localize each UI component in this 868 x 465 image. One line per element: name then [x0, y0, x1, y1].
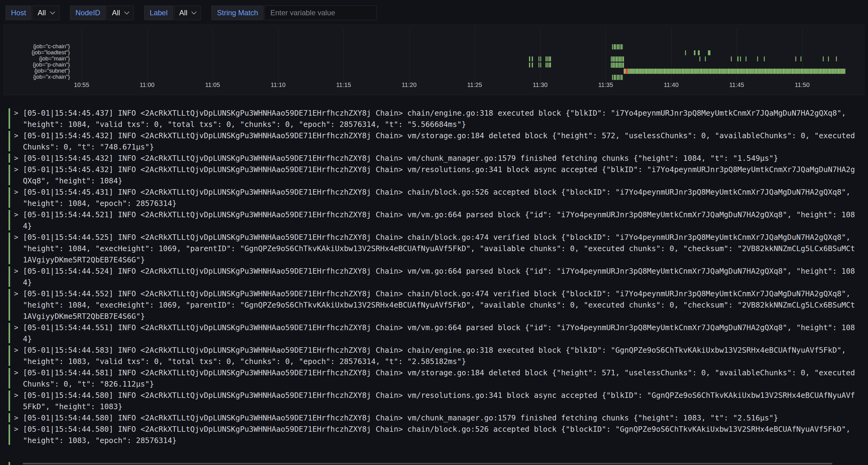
- log-line-text: [05-01|15:54:44.580] INFO <2AcRkXTLLtQjv…: [23, 412, 857, 424]
- variable-group-nodeid: NodeID All: [70, 5, 134, 20]
- log-entry[interactable]: >[05-01|15:54:44.525] INFO <2AcRkXTLLtQj…: [8, 232, 868, 265]
- series-cluster-mark: [612, 75, 622, 80]
- variable-dropdown-label-value: All: [179, 8, 188, 17]
- series-tick-mark: [795, 57, 796, 61]
- expand-chevron-icon[interactable]: >: [14, 265, 18, 277]
- gridline: [213, 28, 213, 83]
- series-tick-mark: [540, 57, 541, 61]
- expand-chevron-icon[interactable]: >: [14, 322, 18, 333]
- series-cluster-mark: [612, 44, 622, 49]
- series-label: {job="c-chain"}: [4, 43, 70, 49]
- variable-dropdown-nodeid-value: All: [112, 8, 120, 17]
- variable-group-label: Label All: [144, 5, 201, 20]
- series-tick-mark: [698, 51, 700, 55]
- series-cluster-mark: [611, 57, 624, 62]
- log-volume-panel: {job="c-chain"}{job="loadtest"}{job="mai…: [4, 24, 864, 95]
- series-label: {job="x-chain"}: [4, 74, 70, 80]
- x-axis-tick-label: 11:15: [336, 81, 351, 89]
- log-line-text: [05-01|15:54:44.521] INFO <2AcRkXTLLtQjv…: [23, 209, 857, 232]
- log-entry[interactable]: >[05-01|15:54:44.580] INFO <2AcRkXTLLtQj…: [8, 424, 868, 446]
- series-labels-column: {job="c-chain"}{job="loadtest"}{job="mai…: [4, 43, 70, 80]
- log-entry[interactable]: >[05-01|15:54:44.581] INFO <2AcRkXTLLtQj…: [8, 367, 868, 390]
- expand-chevron-icon[interactable]: >: [14, 412, 18, 424]
- expand-chevron-icon[interactable]: >: [14, 232, 18, 243]
- chevron-down-icon: [191, 9, 197, 14]
- log-line-text: [05-01|15:54:44.552] INFO <2AcRkXTLLtQjv…: [23, 288, 857, 322]
- series-cluster-mark: [611, 63, 624, 68]
- expand-chevron-icon[interactable]: >: [14, 164, 18, 175]
- x-axis-tick-label: 11:00: [140, 81, 155, 89]
- series-tick-mark: [740, 57, 741, 61]
- x-axis-tick-label: 10:55: [74, 81, 89, 89]
- log-line-text: [05-01|15:54:44.581] INFO <2AcRkXTLLtQjv…: [23, 367, 857, 390]
- x-axis-tick-label: 11:45: [729, 81, 744, 89]
- series-tick-mark: [532, 63, 533, 67]
- series-tick-mark: [705, 57, 706, 61]
- x-axis-tick-label: 11:30: [533, 81, 548, 89]
- variable-group-host: Host All: [5, 5, 60, 20]
- series-tick-mark: [538, 57, 539, 61]
- plot-area[interactable]: 10:5511:0011:0511:1011:1511:2011:2511:30…: [73, 25, 864, 95]
- log-line-text: [05-01|15:54:44.580] INFO <2AcRkXTLLtQjv…: [23, 390, 857, 412]
- expand-chevron-icon[interactable]: >: [14, 424, 18, 435]
- variable-dropdown-nodeid[interactable]: All: [106, 5, 134, 20]
- series-tick-mark: [708, 51, 710, 55]
- string-match-input[interactable]: [265, 5, 377, 20]
- next-log-row-clipped-text: [23, 463, 832, 464]
- log-entry[interactable]: >[05-01|15:54:44.580] INFO <2AcRkXTLLtQj…: [8, 412, 868, 424]
- variable-dropdown-label[interactable]: All: [174, 5, 201, 20]
- series-tick-mark: [624, 69, 625, 73]
- series-tick-mark: [757, 57, 758, 61]
- expand-chevron-icon[interactable]: >: [14, 209, 18, 220]
- log-entry[interactable]: >[05-01|15:54:44.521] INFO <2AcRkXTLLtQj…: [8, 209, 868, 232]
- log-entry[interactable]: >[05-01|15:54:44.552] INFO <2AcRkXTLLtQj…: [8, 288, 868, 322]
- log-line-text: [05-01|15:54:45.432] INFO <2AcRkXTLLtQjv…: [23, 130, 857, 153]
- series-tick-mark: [549, 57, 551, 61]
- log-line-text: [05-01|15:54:45.437] INFO <2AcRkXTLLtQjv…: [23, 107, 857, 130]
- expand-chevron-icon[interactable]: >: [14, 187, 18, 198]
- series-tick-mark: [737, 57, 739, 61]
- expand-chevron-icon[interactable]: >: [14, 390, 18, 401]
- series-tick-mark: [801, 57, 801, 61]
- x-axis-tick-label: 11:05: [205, 81, 220, 89]
- variable-dropdown-host[interactable]: All: [32, 5, 60, 20]
- x-axis-tick-label: 11:35: [598, 81, 613, 89]
- variable-label-host: Host: [5, 5, 31, 20]
- log-line-text: [05-01|15:54:45.431] INFO <2AcRkXTLLtQjv…: [23, 187, 857, 209]
- expand-chevron-icon[interactable]: >: [14, 107, 18, 119]
- expand-chevron-icon[interactable]: >: [14, 344, 18, 356]
- gridline: [671, 28, 672, 83]
- log-entry[interactable]: >[05-01|15:54:44.583] INFO <2AcRkXTLLtQj…: [8, 344, 868, 367]
- x-axis-tick-label: 11:20: [402, 81, 416, 89]
- series-tick-mark: [546, 57, 547, 61]
- chevron-down-icon: [50, 9, 55, 14]
- series-tick-mark: [694, 51, 695, 55]
- log-entry[interactable]: >[05-01|15:54:45.432] INFO <2AcRkXTLLtQj…: [8, 164, 868, 187]
- series-tick-mark: [685, 51, 686, 55]
- gridline: [82, 28, 82, 83]
- log-entry[interactable]: >[05-01|15:54:44.524] INFO <2AcRkXTLLtQj…: [8, 265, 868, 288]
- variable-label-string-match: String Match: [211, 5, 264, 20]
- series-tick-mark: [546, 63, 547, 67]
- log-line-text: [05-01|15:54:44.583] INFO <2AcRkXTLLtQjv…: [23, 344, 857, 367]
- expand-chevron-icon[interactable]: >: [14, 130, 18, 141]
- log-entry[interactable]: >[05-01|15:54:45.431] INFO <2AcRkXTLLtQj…: [8, 187, 868, 209]
- x-axis-tick-label: 11:25: [467, 81, 482, 89]
- log-line-text: [05-01|15:54:45.432] INFO <2AcRkXTLLtQjv…: [23, 164, 857, 187]
- expand-chevron-icon[interactable]: >: [14, 288, 18, 299]
- series-tick-mark: [700, 57, 700, 61]
- log-line-text: [05-01|15:54:45.432] INFO <2AcRkXTLLtQjv…: [23, 153, 857, 164]
- log-entry[interactable]: >[05-01|15:54:45.432] INFO <2AcRkXTLLtQj…: [8, 153, 868, 164]
- log-entry[interactable]: >[05-01|15:54:45.437] INFO <2AcRkXTLLtQj…: [8, 107, 868, 130]
- gridline: [344, 28, 344, 83]
- log-entry[interactable]: >[05-01|15:54:45.432] INFO <2AcRkXTLLtQj…: [8, 130, 868, 153]
- variable-group-string-match: String Match: [211, 5, 377, 20]
- expand-chevron-icon[interactable]: >: [14, 367, 18, 378]
- series-label: {job="loadtest"}: [4, 49, 70, 56]
- log-entry[interactable]: >[05-01|15:54:44.551] INFO <2AcRkXTLLtQj…: [8, 322, 868, 344]
- log-entry[interactable]: >[05-01|15:54:44.580] INFO <2AcRkXTLLtQj…: [8, 390, 868, 412]
- gridline: [278, 28, 279, 83]
- series-tick-mark: [532, 57, 533, 61]
- variable-label-nodeid: NodeID: [70, 5, 106, 20]
- expand-chevron-icon[interactable]: >: [14, 153, 18, 164]
